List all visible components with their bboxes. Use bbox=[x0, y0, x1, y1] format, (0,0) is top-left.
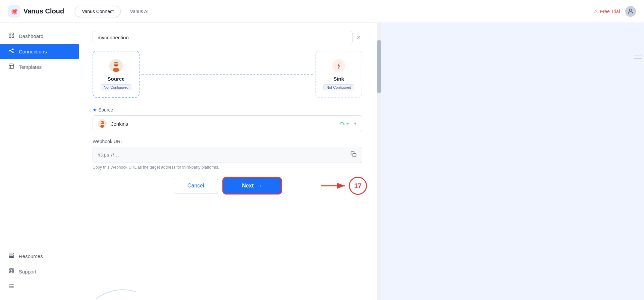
svg-point-39 bbox=[103, 122, 104, 123]
sidebar-item-resources[interactable]: Resources bbox=[0, 248, 79, 264]
sidebar-connections-label: Connections bbox=[19, 49, 47, 54]
sidebar-item-dashboard[interactable]: Dashboard bbox=[0, 28, 79, 44]
resources-icon bbox=[8, 252, 15, 260]
connection-name-row: ✕ bbox=[93, 31, 362, 44]
header: 🐙 Vanus Cloud Vanus Connect Vanus AI ⚠ F… bbox=[0, 0, 644, 23]
scrollbar[interactable] bbox=[377, 23, 381, 300]
templates-icon bbox=[8, 63, 15, 71]
menu-icon bbox=[8, 283, 15, 291]
next-label: Next bbox=[242, 183, 254, 189]
svg-point-32 bbox=[116, 63, 118, 65]
nav-vanus-ai[interactable]: Vanus AI bbox=[123, 6, 155, 17]
required-star: ★ bbox=[93, 107, 97, 113]
flow-connector bbox=[142, 74, 313, 75]
free-trial-button[interactable]: ⚠ Free Trial bbox=[594, 9, 620, 14]
sidebar: Dashboard Connections Templates bbox=[0, 23, 79, 300]
clear-input-button[interactable]: ✕ bbox=[355, 33, 362, 42]
nav-vanus-connect[interactable]: Vanus Connect bbox=[75, 6, 121, 17]
main-layout: Dashboard Connections Templates bbox=[0, 23, 644, 300]
next-arrow-icon: → bbox=[257, 183, 262, 189]
source-section-label: Source bbox=[98, 107, 113, 113]
scrollbar-thumb[interactable] bbox=[377, 40, 381, 93]
deco-lines bbox=[634, 52, 644, 68]
svg-point-7 bbox=[12, 52, 13, 53]
jenkins-icon bbox=[98, 119, 107, 128]
svg-rect-15 bbox=[9, 255, 14, 256]
dashboard-icon bbox=[8, 32, 15, 40]
sink-card-label: Sink bbox=[333, 76, 344, 82]
svg-point-38 bbox=[101, 122, 102, 123]
svg-rect-13 bbox=[9, 253, 11, 254]
header-nav: Vanus Connect Vanus AI bbox=[75, 6, 594, 17]
webhook-hint-text: Copy this Webhook URL as the target addr… bbox=[93, 165, 362, 170]
cancel-button[interactable]: Cancel bbox=[174, 178, 218, 194]
sink-card[interactable]: Sink Not Configured bbox=[315, 51, 362, 98]
svg-rect-1 bbox=[9, 33, 11, 35]
next-button[interactable]: Next → bbox=[223, 178, 281, 194]
source-section: ★ Source bbox=[93, 107, 362, 113]
svg-line-9 bbox=[10, 51, 12, 52]
connections-icon bbox=[8, 48, 15, 55]
sidebar-item-templates[interactable]: Templates bbox=[0, 59, 79, 75]
dropdown-arrow-icon: ▼ bbox=[353, 121, 357, 126]
source-card[interactable]: Source Not Configured bbox=[93, 51, 140, 98]
header-right: ⚠ Free Trial bbox=[594, 6, 636, 17]
sidebar-item-menu[interactable] bbox=[0, 279, 79, 295]
svg-point-37 bbox=[100, 125, 104, 128]
sink-card-status: Not Configured bbox=[323, 84, 354, 90]
source-card-status: Not Configured bbox=[101, 84, 131, 90]
sidebar-resources-label: Resources bbox=[19, 253, 43, 259]
svg-point-0 bbox=[629, 9, 632, 11]
sidebar-dashboard-label: Dashboard bbox=[19, 33, 43, 39]
action-buttons: Cancel Next → bbox=[93, 178, 362, 194]
svg-point-31 bbox=[114, 63, 116, 65]
sidebar-item-connections[interactable]: Connections bbox=[0, 44, 79, 59]
modal-area: ✕ bbox=[79, 23, 381, 300]
source-free-badge: Free bbox=[340, 121, 349, 126]
form-content: ✕ bbox=[79, 23, 381, 202]
svg-rect-40 bbox=[353, 154, 356, 157]
sidebar-item-support[interactable]: Support bbox=[0, 264, 79, 279]
svg-point-5 bbox=[9, 50, 10, 51]
svg-rect-16 bbox=[9, 257, 14, 258]
svg-line-8 bbox=[10, 49, 12, 50]
logo-icon: 🐙 bbox=[8, 5, 20, 17]
svg-point-30 bbox=[113, 68, 119, 72]
user-avatar[interactable] bbox=[625, 6, 636, 17]
webhook-url-input[interactable] bbox=[98, 152, 347, 158]
content-wrapper: ✕ bbox=[79, 23, 644, 300]
svg-rect-14 bbox=[12, 253, 14, 254]
deco-curve bbox=[96, 278, 136, 300]
free-trial-label: Free Trial bbox=[600, 9, 620, 14]
sidebar-templates-label: Templates bbox=[19, 64, 42, 70]
webhook-section: Webhook URL Copy this Webhook URL as the… bbox=[93, 139, 362, 170]
source-name-label: Jenkins bbox=[111, 121, 336, 127]
copy-webhook-button[interactable] bbox=[350, 151, 357, 159]
warning-icon: ⚠ bbox=[594, 9, 598, 14]
svg-rect-10 bbox=[9, 64, 14, 69]
app-logo: 🐙 Vanus Cloud bbox=[8, 5, 64, 17]
svg-point-33 bbox=[115, 65, 117, 66]
svg-point-18 bbox=[10, 270, 12, 272]
svg-rect-4 bbox=[12, 36, 14, 38]
step-annotation: 17 bbox=[321, 177, 367, 195]
support-icon bbox=[8, 268, 15, 275]
svg-rect-2 bbox=[12, 33, 14, 35]
source-select-dropdown[interactable]: Jenkins Free ▼ bbox=[93, 115, 362, 132]
source-card-label: Source bbox=[108, 76, 125, 82]
webhook-input-row bbox=[93, 147, 362, 163]
webhook-label: Webhook URL bbox=[93, 139, 362, 144]
sidebar-support-label: Support bbox=[19, 269, 37, 274]
content-area: ✕ bbox=[79, 23, 644, 300]
source-card-icon bbox=[109, 58, 123, 73]
svg-rect-3 bbox=[9, 36, 11, 38]
step-arrow-icon bbox=[321, 181, 347, 191]
sink-card-icon bbox=[331, 58, 346, 73]
svg-point-6 bbox=[12, 49, 13, 50]
flow-cards: Source Not Configured bbox=[93, 51, 362, 98]
app-name: Vanus Cloud bbox=[23, 7, 64, 15]
connection-name-input[interactable] bbox=[93, 31, 353, 44]
step-number-badge: 17 bbox=[349, 177, 367, 195]
svg-point-36 bbox=[101, 121, 104, 124]
